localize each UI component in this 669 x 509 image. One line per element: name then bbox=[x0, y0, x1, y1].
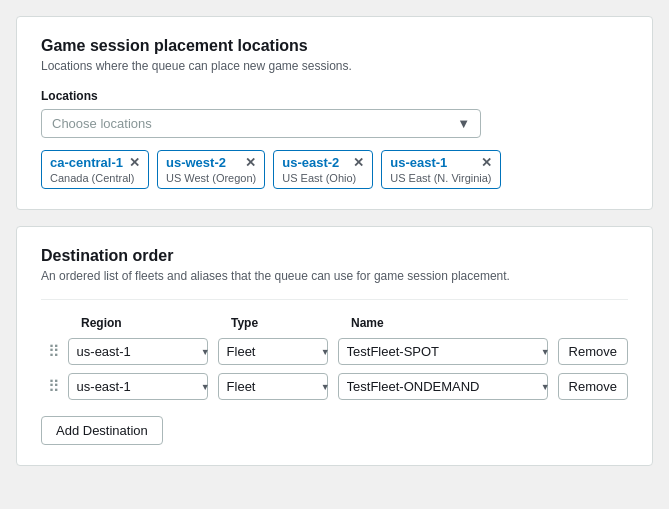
add-destination-button[interactable]: Add Destination bbox=[41, 416, 163, 445]
remove-location-us-east-1[interactable]: ✕ bbox=[481, 156, 492, 169]
location-tag-ca-central-1: ca-central-1 ✕ Canada (Central) bbox=[41, 150, 149, 189]
divider bbox=[41, 299, 628, 300]
destination-title: Destination order bbox=[41, 247, 628, 265]
name-select-wrapper-1: TestFleet-SPOT TestFleet-ONDEMAND bbox=[338, 338, 558, 365]
remove-location-us-west-2[interactable]: ✕ bbox=[245, 156, 256, 169]
region-select-2[interactable]: us-east-1 us-west-2 us-east-2 ca-central… bbox=[68, 373, 208, 400]
type-select-1[interactable]: Fleet Alias bbox=[218, 338, 328, 365]
chevron-down-icon: ▼ bbox=[457, 116, 470, 131]
location-tag-region: US East (Ohio) bbox=[282, 172, 364, 184]
name-select-1[interactable]: TestFleet-SPOT TestFleet-ONDEMAND bbox=[338, 338, 548, 365]
location-tag-region: Canada (Central) bbox=[50, 172, 140, 184]
placement-title: Game session placement locations bbox=[41, 37, 628, 55]
name-select-2[interactable]: TestFleet-ONDEMAND TestFleet-SPOT bbox=[338, 373, 548, 400]
remove-button-2[interactable]: Remove bbox=[558, 373, 628, 400]
drag-handle-1[interactable]: ⠿ bbox=[41, 342, 68, 361]
placement-description: Locations where the queue can place new … bbox=[41, 59, 628, 73]
location-tags-container: ca-central-1 ✕ Canada (Central) us-west-… bbox=[41, 150, 628, 189]
type-select-wrapper-2: Fleet Alias bbox=[218, 373, 338, 400]
remove-location-ca-central-1[interactable]: ✕ bbox=[129, 156, 140, 169]
drag-handle-2[interactable]: ⠿ bbox=[41, 377, 68, 396]
region-select-wrapper-2: us-east-1 us-west-2 us-east-2 ca-central… bbox=[68, 373, 218, 400]
name-select-wrapper-2: TestFleet-ONDEMAND TestFleet-SPOT bbox=[338, 373, 558, 400]
location-tag-name: us-east-1 bbox=[390, 155, 447, 170]
type-select-wrapper-1: Fleet Alias bbox=[218, 338, 338, 365]
location-tag-us-east-1: us-east-1 ✕ US East (N. Virginia) bbox=[381, 150, 500, 189]
col-header-type: Type bbox=[231, 316, 351, 330]
type-select-2[interactable]: Fleet Alias bbox=[218, 373, 328, 400]
location-tag-region: US East (N. Virginia) bbox=[390, 172, 491, 184]
remove-action-1: Remove bbox=[558, 338, 628, 365]
locations-dropdown[interactable]: Choose locations ▼ bbox=[41, 109, 481, 138]
location-tag-name: us-east-2 bbox=[282, 155, 339, 170]
remove-button-1[interactable]: Remove bbox=[558, 338, 628, 365]
remove-location-us-east-2[interactable]: ✕ bbox=[353, 156, 364, 169]
location-tag-region: US West (Oregon) bbox=[166, 172, 256, 184]
destination-row-2: ⠿ us-east-1 us-west-2 us-east-2 ca-centr… bbox=[41, 373, 628, 400]
location-tag-name: ca-central-1 bbox=[50, 155, 123, 170]
destination-description: An ordered list of fleets and aliases th… bbox=[41, 269, 628, 283]
location-tag-us-east-2: us-east-2 ✕ US East (Ohio) bbox=[273, 150, 373, 189]
destination-row-1: ⠿ us-east-1 us-west-2 us-east-2 ca-centr… bbox=[41, 338, 628, 365]
column-headers: Region Type Name bbox=[41, 316, 628, 338]
col-header-name: Name bbox=[351, 316, 538, 330]
location-tag-us-west-2: us-west-2 ✕ US West (Oregon) bbox=[157, 150, 265, 189]
region-select-1[interactable]: us-east-1 us-west-2 us-east-2 ca-central… bbox=[68, 338, 208, 365]
location-tag-name: us-west-2 bbox=[166, 155, 226, 170]
locations-placeholder: Choose locations bbox=[52, 116, 152, 131]
region-select-wrapper-1: us-east-1 us-west-2 us-east-2 ca-central… bbox=[68, 338, 218, 365]
destination-order-card: Destination order An ordered list of fle… bbox=[16, 226, 653, 466]
col-header-region: Region bbox=[81, 316, 231, 330]
locations-label: Locations bbox=[41, 89, 628, 103]
game-session-placement-card: Game session placement locations Locatio… bbox=[16, 16, 653, 210]
remove-action-2: Remove bbox=[558, 373, 628, 400]
